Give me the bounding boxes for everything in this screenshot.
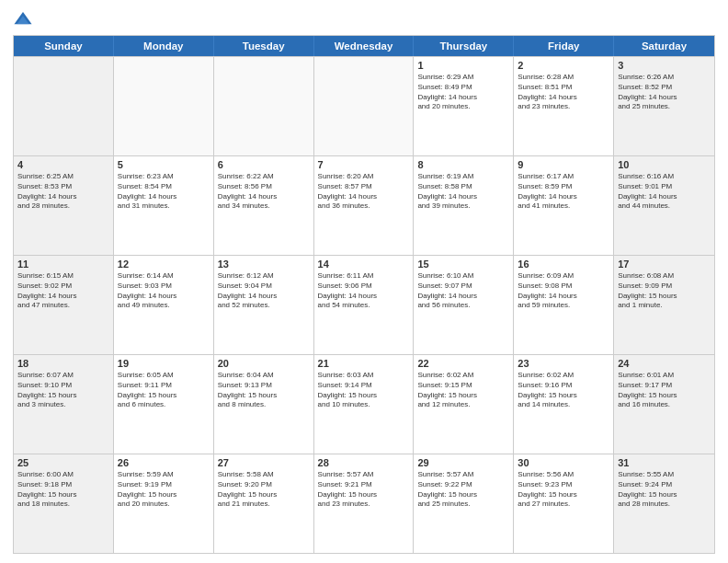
calendar-cell: 31Sunrise: 5:55 AM Sunset: 9:24 PM Dayli… xyxy=(614,454,714,553)
day-info: Sunrise: 6:12 AM Sunset: 9:04 PM Dayligh… xyxy=(218,271,310,311)
day-number: 15 xyxy=(417,259,509,270)
day-info: Sunrise: 6:16 AM Sunset: 9:01 PM Dayligh… xyxy=(618,172,711,212)
day-info: Sunrise: 6:25 AM Sunset: 8:53 PM Dayligh… xyxy=(17,172,109,212)
day-info: Sunrise: 6:10 AM Sunset: 9:07 PM Dayligh… xyxy=(417,271,509,311)
day-number: 31 xyxy=(618,457,711,468)
day-info: Sunrise: 6:29 AM Sunset: 8:49 PM Dayligh… xyxy=(417,73,509,112)
day-number: 14 xyxy=(318,259,410,270)
calendar-cell: 4Sunrise: 6:25 AM Sunset: 8:53 PM Daylig… xyxy=(14,156,114,255)
day-number: 13 xyxy=(218,259,310,270)
calendar-header-cell: Sunday xyxy=(14,36,114,56)
calendar-cell: 20Sunrise: 6:04 AM Sunset: 9:13 PM Dayli… xyxy=(214,355,314,454)
calendar-cell: 22Sunrise: 6:02 AM Sunset: 9:15 PM Dayli… xyxy=(414,355,514,454)
day-number: 1 xyxy=(417,60,509,71)
day-number: 27 xyxy=(218,457,310,468)
day-info: Sunrise: 5:57 AM Sunset: 9:22 PM Dayligh… xyxy=(417,470,509,510)
day-number: 17 xyxy=(618,259,711,270)
calendar-row: 4Sunrise: 6:25 AM Sunset: 8:53 PM Daylig… xyxy=(14,155,714,255)
calendar-cell: 2Sunrise: 6:28 AM Sunset: 8:51 PM Daylig… xyxy=(514,57,614,155)
day-number: 7 xyxy=(318,159,410,170)
calendar-cell: 17Sunrise: 6:08 AM Sunset: 9:09 PM Dayli… xyxy=(614,256,714,354)
logo-icon xyxy=(13,9,33,29)
calendar-header-cell: Saturday xyxy=(614,36,714,56)
calendar-cell: 21Sunrise: 6:03 AM Sunset: 9:14 PM Dayli… xyxy=(314,355,415,454)
day-info: Sunrise: 5:56 AM Sunset: 9:23 PM Dayligh… xyxy=(518,470,609,510)
day-number: 9 xyxy=(518,159,609,170)
day-number: 25 xyxy=(17,457,109,468)
day-info: Sunrise: 6:01 AM Sunset: 9:17 PM Dayligh… xyxy=(618,371,711,410)
calendar-cell: 8Sunrise: 6:19 AM Sunset: 8:58 PM Daylig… xyxy=(414,156,514,255)
day-info: Sunrise: 5:55 AM Sunset: 9:24 PM Dayligh… xyxy=(618,470,711,510)
day-info: Sunrise: 6:15 AM Sunset: 9:02 PM Dayligh… xyxy=(17,271,109,311)
day-number: 26 xyxy=(118,457,210,468)
day-number: 18 xyxy=(17,358,109,369)
calendar-body: 1Sunrise: 6:29 AM Sunset: 8:49 PM Daylig… xyxy=(14,56,714,553)
calendar-cell: 26Sunrise: 5:59 AM Sunset: 9:19 PM Dayli… xyxy=(114,454,214,553)
calendar-cell: 15Sunrise: 6:10 AM Sunset: 9:07 PM Dayli… xyxy=(414,256,514,354)
day-info: Sunrise: 6:02 AM Sunset: 9:15 PM Dayligh… xyxy=(417,371,509,410)
day-info: Sunrise: 6:20 AM Sunset: 8:57 PM Dayligh… xyxy=(318,172,410,212)
day-info: Sunrise: 5:59 AM Sunset: 9:19 PM Dayligh… xyxy=(118,470,210,510)
calendar-cell: 1Sunrise: 6:29 AM Sunset: 8:49 PM Daylig… xyxy=(414,57,514,155)
calendar-cell xyxy=(214,57,314,155)
logo xyxy=(13,9,37,29)
day-info: Sunrise: 5:57 AM Sunset: 9:21 PM Dayligh… xyxy=(318,470,410,510)
day-info: Sunrise: 6:09 AM Sunset: 9:08 PM Dayligh… xyxy=(518,271,609,311)
calendar-cell: 12Sunrise: 6:14 AM Sunset: 9:03 PM Dayli… xyxy=(114,256,214,354)
day-info: Sunrise: 6:23 AM Sunset: 8:54 PM Dayligh… xyxy=(118,172,210,212)
calendar-cell xyxy=(14,57,114,155)
calendar-cell: 19Sunrise: 6:05 AM Sunset: 9:11 PM Dayli… xyxy=(114,355,214,454)
calendar-cell: 24Sunrise: 6:01 AM Sunset: 9:17 PM Dayli… xyxy=(614,355,714,454)
day-number: 22 xyxy=(417,358,509,369)
calendar-cell: 9Sunrise: 6:17 AM Sunset: 8:59 PM Daylig… xyxy=(514,156,614,255)
day-number: 10 xyxy=(618,159,711,170)
calendar-cell: 5Sunrise: 6:23 AM Sunset: 8:54 PM Daylig… xyxy=(114,156,214,255)
calendar-cell: 3Sunrise: 6:26 AM Sunset: 8:52 PM Daylig… xyxy=(614,57,714,155)
calendar-row: 11Sunrise: 6:15 AM Sunset: 9:02 PM Dayli… xyxy=(14,255,714,354)
calendar: SundayMondayTuesdayWednesdayThursdayFrid… xyxy=(13,35,715,554)
day-info: Sunrise: 6:04 AM Sunset: 9:13 PM Dayligh… xyxy=(218,371,310,410)
day-number: 19 xyxy=(118,358,210,369)
day-number: 2 xyxy=(518,60,609,71)
day-info: Sunrise: 6:14 AM Sunset: 9:03 PM Dayligh… xyxy=(118,271,210,311)
calendar-header-cell: Wednesday xyxy=(314,36,415,56)
calendar-header-cell: Thursday xyxy=(414,36,514,56)
calendar-header-cell: Monday xyxy=(114,36,214,56)
day-info: Sunrise: 5:58 AM Sunset: 9:20 PM Dayligh… xyxy=(218,470,310,510)
calendar-row: 1Sunrise: 6:29 AM Sunset: 8:49 PM Daylig… xyxy=(14,56,714,155)
calendar-cell: 29Sunrise: 5:57 AM Sunset: 9:22 PM Dayli… xyxy=(414,454,514,553)
calendar-cell: 16Sunrise: 6:09 AM Sunset: 9:08 PM Dayli… xyxy=(514,256,614,354)
day-number: 6 xyxy=(218,159,310,170)
calendar-header-cell: Friday xyxy=(514,36,614,56)
page: SundayMondayTuesdayWednesdayThursdayFrid… xyxy=(0,0,728,563)
day-number: 11 xyxy=(17,259,109,270)
day-info: Sunrise: 6:11 AM Sunset: 9:06 PM Dayligh… xyxy=(318,271,410,311)
day-number: 24 xyxy=(618,358,711,369)
calendar-row: 18Sunrise: 6:07 AM Sunset: 9:10 PM Dayli… xyxy=(14,354,714,454)
calendar-row: 25Sunrise: 6:00 AM Sunset: 9:18 PM Dayli… xyxy=(14,454,714,553)
day-number: 28 xyxy=(318,457,410,468)
day-number: 12 xyxy=(118,259,210,270)
calendar-cell: 25Sunrise: 6:00 AM Sunset: 9:18 PM Dayli… xyxy=(14,454,114,553)
calendar-header-cell: Tuesday xyxy=(214,36,314,56)
calendar-cell: 28Sunrise: 5:57 AM Sunset: 9:21 PM Dayli… xyxy=(314,454,415,553)
calendar-header: SundayMondayTuesdayWednesdayThursdayFrid… xyxy=(14,36,714,56)
day-info: Sunrise: 6:22 AM Sunset: 8:56 PM Dayligh… xyxy=(218,172,310,212)
day-number: 29 xyxy=(417,457,509,468)
day-info: Sunrise: 6:07 AM Sunset: 9:10 PM Dayligh… xyxy=(17,371,109,410)
calendar-cell: 30Sunrise: 5:56 AM Sunset: 9:23 PM Dayli… xyxy=(514,454,614,553)
day-number: 30 xyxy=(518,457,609,468)
day-number: 3 xyxy=(618,60,711,71)
day-number: 5 xyxy=(118,159,210,170)
day-number: 4 xyxy=(17,159,109,170)
calendar-cell: 27Sunrise: 5:58 AM Sunset: 9:20 PM Dayli… xyxy=(214,454,314,553)
calendar-cell xyxy=(114,57,214,155)
day-number: 23 xyxy=(518,358,609,369)
calendar-cell: 10Sunrise: 6:16 AM Sunset: 9:01 PM Dayli… xyxy=(614,156,714,255)
calendar-cell: 18Sunrise: 6:07 AM Sunset: 9:10 PM Dayli… xyxy=(14,355,114,454)
day-info: Sunrise: 6:08 AM Sunset: 9:09 PM Dayligh… xyxy=(618,271,711,311)
calendar-cell xyxy=(314,57,415,155)
calendar-cell: 13Sunrise: 6:12 AM Sunset: 9:04 PM Dayli… xyxy=(214,256,314,354)
day-info: Sunrise: 6:19 AM Sunset: 8:58 PM Dayligh… xyxy=(417,172,509,212)
day-info: Sunrise: 6:17 AM Sunset: 8:59 PM Dayligh… xyxy=(518,172,609,212)
